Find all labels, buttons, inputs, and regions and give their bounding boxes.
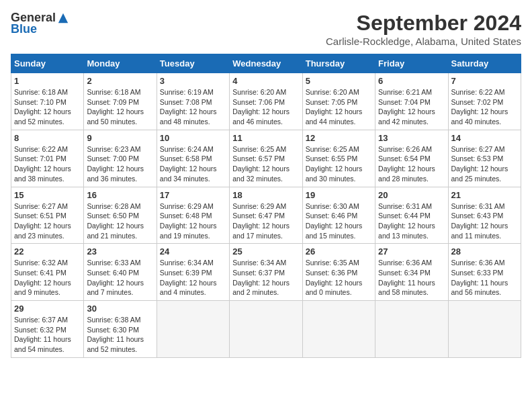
header-saturday: Saturday [448, 54, 521, 73]
logo-icon [57, 12, 69, 24]
day-number: 20 [378, 190, 445, 200]
calendar-cell: 15 Sunrise: 6:27 AM Sunset: 6:51 PM Dayl… [11, 187, 84, 244]
calendar-cell: 21 Sunrise: 6:31 AM Sunset: 6:43 PM Dayl… [448, 187, 521, 244]
day-number: 16 [87, 190, 153, 200]
day-number: 29 [14, 304, 81, 314]
calendar-cell: 22 Sunrise: 6:32 AM Sunset: 6:41 PM Dayl… [11, 244, 84, 301]
day-info: Sunrise: 6:35 AM Sunset: 6:36 PM Dayligh… [306, 258, 372, 298]
day-info: Sunrise: 6:21 AM Sunset: 7:04 PM Dayligh… [378, 87, 445, 127]
header-monday: Monday [84, 54, 157, 73]
calendar-cell: 28 Sunrise: 6:36 AM Sunset: 6:33 PM Dayl… [448, 244, 521, 301]
day-number: 21 [451, 190, 518, 200]
day-info: Sunrise: 6:25 AM Sunset: 6:57 PM Dayligh… [232, 144, 299, 184]
day-info: Sunrise: 6:18 AM Sunset: 7:10 PM Dayligh… [14, 87, 81, 127]
day-number: 11 [232, 133, 299, 143]
day-info: Sunrise: 6:20 AM Sunset: 7:05 PM Dayligh… [306, 87, 372, 127]
header-friday: Friday [375, 54, 448, 73]
day-info: Sunrise: 6:29 AM Sunset: 6:48 PM Dayligh… [160, 201, 226, 241]
day-info: Sunrise: 6:36 AM Sunset: 6:34 PM Dayligh… [378, 258, 445, 298]
day-number: 27 [378, 246, 445, 257]
calendar-cell [157, 301, 229, 358]
day-number: 13 [378, 133, 445, 143]
calendar-cell [375, 301, 448, 358]
calendar-table: Sunday Monday Tuesday Wednesday Thursday… [11, 54, 521, 358]
day-info: Sunrise: 6:23 AM Sunset: 7:00 PM Dayligh… [87, 144, 153, 184]
day-number: 18 [232, 190, 299, 200]
calendar-cell: 6 Sunrise: 6:21 AM Sunset: 7:04 PM Dayli… [375, 73, 448, 130]
day-number: 12 [306, 133, 372, 143]
day-info: Sunrise: 6:30 AM Sunset: 6:46 PM Dayligh… [306, 201, 372, 241]
day-number: 9 [87, 133, 153, 143]
day-number: 24 [160, 246, 226, 257]
day-info: Sunrise: 6:31 AM Sunset: 6:43 PM Dayligh… [451, 201, 518, 241]
calendar-cell: 2 Sunrise: 6:18 AM Sunset: 7:09 PM Dayli… [84, 73, 157, 130]
day-info: Sunrise: 6:36 AM Sunset: 6:33 PM Dayligh… [451, 258, 518, 298]
location-title: Carlisle-Rockledge, Alabama, United Stat… [326, 36, 521, 47]
calendar-week-row: 15 Sunrise: 6:27 AM Sunset: 6:51 PM Dayl… [11, 187, 521, 244]
page-header: General Blue September 2024 Carlisle-Roc… [11, 11, 521, 47]
day-info: Sunrise: 6:29 AM Sunset: 6:47 PM Dayligh… [232, 201, 299, 241]
day-info: Sunrise: 6:19 AM Sunset: 7:08 PM Dayligh… [160, 87, 226, 127]
calendar-cell [302, 301, 375, 358]
calendar-cell: 20 Sunrise: 6:31 AM Sunset: 6:44 PM Dayl… [375, 187, 448, 244]
calendar-cell: 30 Sunrise: 6:38 AM Sunset: 6:30 PM Dayl… [84, 301, 157, 358]
weekday-header-row: Sunday Monday Tuesday Wednesday Thursday… [11, 54, 521, 73]
day-number: 7 [451, 76, 518, 86]
calendar-cell: 25 Sunrise: 6:34 AM Sunset: 6:37 PM Dayl… [230, 244, 302, 301]
day-number: 26 [306, 246, 372, 257]
calendar-cell: 8 Sunrise: 6:22 AM Sunset: 7:01 PM Dayli… [11, 130, 84, 187]
day-info: Sunrise: 6:26 AM Sunset: 6:54 PM Dayligh… [378, 144, 445, 184]
day-number: 8 [14, 133, 81, 143]
day-info: Sunrise: 6:31 AM Sunset: 6:44 PM Dayligh… [378, 201, 445, 241]
day-number: 15 [14, 190, 81, 200]
calendar-cell [230, 301, 302, 358]
calendar-cell: 16 Sunrise: 6:28 AM Sunset: 6:50 PM Dayl… [84, 187, 157, 244]
calendar-cell: 17 Sunrise: 6:29 AM Sunset: 6:48 PM Dayl… [157, 187, 229, 244]
day-number: 30 [87, 304, 153, 314]
day-info: Sunrise: 6:22 AM Sunset: 7:01 PM Dayligh… [14, 144, 81, 184]
day-info: Sunrise: 6:32 AM Sunset: 6:41 PM Dayligh… [14, 258, 81, 298]
calendar-cell: 9 Sunrise: 6:23 AM Sunset: 7:00 PM Dayli… [84, 130, 157, 187]
calendar-cell: 14 Sunrise: 6:27 AM Sunset: 6:53 PM Dayl… [448, 130, 521, 187]
calendar-cell: 12 Sunrise: 6:25 AM Sunset: 6:55 PM Dayl… [302, 130, 375, 187]
day-info: Sunrise: 6:34 AM Sunset: 6:37 PM Dayligh… [232, 258, 299, 298]
calendar-cell: 11 Sunrise: 6:25 AM Sunset: 6:57 PM Dayl… [230, 130, 302, 187]
day-number: 17 [160, 190, 226, 200]
calendar-cell: 23 Sunrise: 6:33 AM Sunset: 6:40 PM Dayl… [84, 244, 157, 301]
calendar-cell: 1 Sunrise: 6:18 AM Sunset: 7:10 PM Dayli… [11, 73, 84, 130]
day-number: 1 [14, 76, 81, 86]
day-info: Sunrise: 6:22 AM Sunset: 7:02 PM Dayligh… [451, 87, 518, 127]
calendar-cell [448, 301, 521, 358]
svg-marker-0 [58, 13, 68, 22]
calendar-cell: 4 Sunrise: 6:20 AM Sunset: 7:06 PM Dayli… [230, 73, 302, 130]
logo: General Blue [11, 11, 69, 36]
header-wednesday: Wednesday [230, 54, 302, 73]
calendar-cell: 5 Sunrise: 6:20 AM Sunset: 7:05 PM Dayli… [302, 73, 375, 130]
calendar-week-row: 1 Sunrise: 6:18 AM Sunset: 7:10 PM Dayli… [11, 73, 521, 130]
calendar-cell: 7 Sunrise: 6:22 AM Sunset: 7:02 PM Dayli… [448, 73, 521, 130]
calendar-cell: 18 Sunrise: 6:29 AM Sunset: 6:47 PM Dayl… [230, 187, 302, 244]
day-number: 19 [306, 190, 372, 200]
day-number: 22 [14, 246, 81, 257]
day-info: Sunrise: 6:27 AM Sunset: 6:53 PM Dayligh… [451, 144, 518, 184]
day-number: 14 [451, 133, 518, 143]
calendar-cell: 13 Sunrise: 6:26 AM Sunset: 6:54 PM Dayl… [375, 130, 448, 187]
day-number: 25 [232, 246, 299, 257]
day-info: Sunrise: 6:37 AM Sunset: 6:32 PM Dayligh… [14, 315, 81, 355]
day-number: 6 [378, 76, 445, 86]
header-sunday: Sunday [11, 54, 84, 73]
calendar-week-row: 8 Sunrise: 6:22 AM Sunset: 7:01 PM Dayli… [11, 130, 521, 187]
logo-blue-text: Blue [11, 22, 37, 36]
day-number: 28 [451, 246, 518, 257]
calendar-cell: 19 Sunrise: 6:30 AM Sunset: 6:46 PM Dayl… [302, 187, 375, 244]
day-info: Sunrise: 6:18 AM Sunset: 7:09 PM Dayligh… [87, 87, 153, 127]
day-info: Sunrise: 6:34 AM Sunset: 6:39 PM Dayligh… [160, 258, 226, 298]
calendar-cell: 27 Sunrise: 6:36 AM Sunset: 6:34 PM Dayl… [375, 244, 448, 301]
calendar-cell: 29 Sunrise: 6:37 AM Sunset: 6:32 PM Dayl… [11, 301, 84, 358]
day-info: Sunrise: 6:24 AM Sunset: 6:58 PM Dayligh… [160, 144, 226, 184]
day-info: Sunrise: 6:38 AM Sunset: 6:30 PM Dayligh… [87, 315, 153, 355]
day-info: Sunrise: 6:27 AM Sunset: 6:51 PM Dayligh… [14, 201, 81, 241]
calendar-week-row: 29 Sunrise: 6:37 AM Sunset: 6:32 PM Dayl… [11, 301, 521, 358]
day-info: Sunrise: 6:33 AM Sunset: 6:40 PM Dayligh… [87, 258, 153, 298]
day-number: 4 [232, 76, 299, 86]
